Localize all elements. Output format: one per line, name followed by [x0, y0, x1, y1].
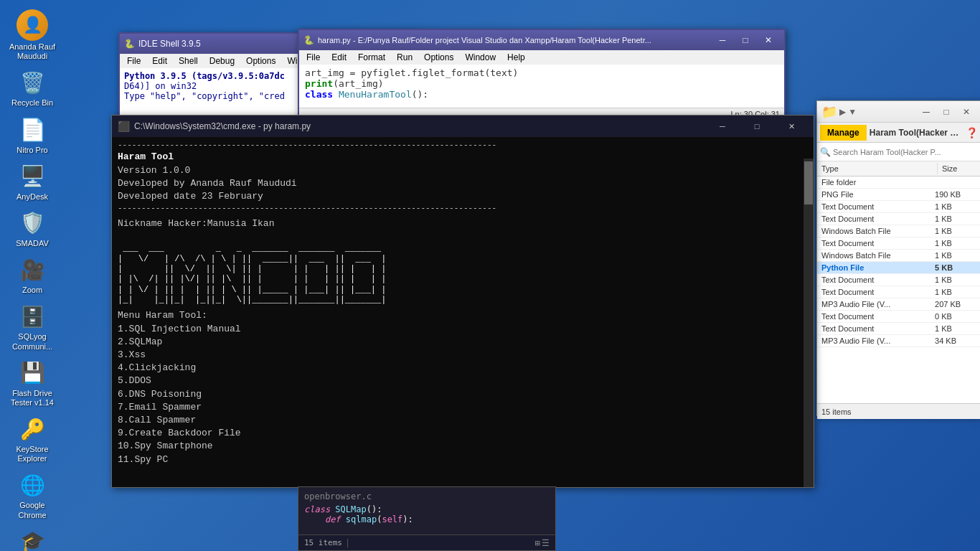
code-popup-pipe: | [345, 538, 350, 548]
desktop-icon-label-zoom: Zoom [22, 286, 42, 295]
nitro-pro-icon: 📄 [18, 116, 47, 144]
haram-menu-run[interactable]: Run [392, 52, 417, 63]
file-row-13[interactable]: MP3 Audio File (V... 34 KB [817, 335, 980, 347]
idle-menu-debug[interactable]: Debug [205, 55, 239, 67]
cmd-close-button[interactable]: ✕ [775, 116, 808, 137]
file-row-5[interactable]: Text Document 1 KB [817, 237, 980, 250]
cmd-tool-name: Haram Tool [118, 151, 801, 164]
explorer-search-bar: 🔍 [817, 143, 980, 161]
haram-idle-menubar: File Edit Format Run Options Window Help [299, 50, 784, 65]
file-row-10[interactable]: MP3 Audio File (V... 207 KB [817, 298, 980, 311]
file-size-cell-5: 1 KB [930, 237, 980, 250]
anydesk-icon: 🖥️ [18, 162, 47, 191]
file-size-cell-4: 1 KB [930, 225, 980, 237]
cmd-minimize-button[interactable]: ─ [706, 116, 739, 137]
explorer-folder-nav: 📁 ▶ ▼ [821, 104, 857, 120]
file-row-9[interactable]: Text Document 1 KB [817, 286, 980, 298]
cmd-scrollbar[interactable] [804, 159, 814, 487]
explorer-close-button[interactable]: ✕ [956, 102, 976, 122]
desktop-icon-tech-edu[interactable]: 🎓 Tech Educatio... [4, 524, 61, 551]
explorer-search-input[interactable] [833, 148, 978, 156]
cmd-version: Version 1.0.0 [118, 164, 801, 177]
file-row-7[interactable]: Python File 5 KB [817, 262, 980, 274]
file-row-6[interactable]: Windows Batch File 1 KB [817, 250, 980, 262]
explorer-minimize-button[interactable]: ─ [916, 102, 936, 122]
desktop-icon-smadav[interactable]: 🛡️ SMADAV [4, 206, 61, 251]
haram-idle-minimize-button[interactable]: ─ [711, 31, 734, 50]
file-size-cell-3: 1 KB [930, 213, 980, 225]
explorer-maximize-button[interactable]: □ [936, 102, 956, 122]
haram-menu-file[interactable]: File [302, 52, 324, 63]
file-row-1[interactable]: PNG File 190 KB [817, 189, 980, 201]
explorer-column-headers: Type Size [817, 161, 980, 176]
desktop: 👤 Ananda Rauf Maududi 🗑️ Recycle Bin 📄 N… [0, 0, 980, 551]
file-size-cell-7: 5 KB [930, 262, 980, 274]
manage-button[interactable]: Manage [820, 125, 867, 141]
file-size-cell-6: 1 KB [930, 250, 980, 262]
file-type-cell-7: Python File [817, 262, 930, 274]
explorer-item-count: 15 items [821, 408, 852, 416]
cmd-title-text: ⬛ C:\Windows\System32\cmd.exe - py haram… [118, 121, 311, 132]
haram-idle-code-area[interactable]: art_img = pyfiglet.figlet_format(text) p… [299, 65, 784, 108]
file-size-cell-11: 0 KB [930, 311, 980, 323]
desktop-icon-flash-drive[interactable]: 💾 Flash Drive Tester v1.14 [4, 356, 61, 410]
haram-idle-controls: ─ □ ✕ [711, 31, 780, 50]
search-icon: 🔍 [820, 147, 831, 157]
cmd-window: ⬛ C:\Windows\System32\cmd.exe - py haram… [111, 115, 814, 488]
idle-menu-options[interactable]: Options [242, 55, 280, 67]
desktop-icon-chrome[interactable]: 🌐 Google Chrome [4, 468, 61, 522]
cmd-menu-title: Menu Haram Tool: [118, 309, 801, 322]
cmd-developer: Developed by Ananda Rauf Maududi [118, 177, 801, 190]
haram-menu-help[interactable]: Help [503, 52, 529, 63]
haram-menu-options[interactable]: Options [420, 52, 458, 63]
haram-idle-maximize-button[interactable]: □ [734, 31, 757, 50]
desktop-icon-label-keystore: KeyStore Explorer [16, 445, 48, 463]
file-size-cell-13: 34 KB [930, 335, 980, 347]
idle-menu-file[interactable]: File [123, 55, 145, 67]
code-popup-line3: def sqlmap(self): [304, 514, 550, 524]
file-row-12[interactable]: Text Document 1 KB [817, 323, 980, 335]
cmd-menu-3: 3.Xss [118, 349, 801, 362]
cmd-icon: ⬛ [118, 121, 130, 132]
desktop-icon-keystore[interactable]: 🔑 KeyStore Explorer [4, 412, 61, 466]
file-size-cell-1: 190 KB [930, 189, 980, 201]
file-row-0[interactable]: File folder [817, 176, 980, 189]
desktop-icon-sqlyog[interactable]: 🗄️ SQLyog Communi... [4, 299, 61, 354]
desktop-icon-recycle-bin[interactable]: 🗑️ Recycle Bin [4, 65, 61, 110]
desktop-icon-nitro-pro[interactable]: 📄 Nitro Pro [4, 113, 61, 158]
file-type-cell-12: Text Document [817, 323, 930, 335]
code-popup-view-controls: ⊞ ☰ [535, 538, 550, 548]
view-icon-2[interactable]: ☰ [542, 538, 550, 548]
chrome-icon: 🌐 [18, 471, 47, 499]
haram-menu-format[interactable]: Format [354, 52, 390, 63]
file-type-cell-9: Text Document [817, 286, 930, 298]
view-icon-1[interactable]: ⊞ [535, 538, 540, 548]
explorer-file-list[interactable]: File folder PNG File 190 KB Text Documen… [817, 176, 980, 403]
file-row-2[interactable]: Text Document 1 KB [817, 201, 980, 213]
desktop-icon-zoom[interactable]: 🎥 Zoom [4, 253, 61, 298]
code-popup-statusbar: 15 items | ⊞ ☰ [298, 534, 555, 550]
haram-menu-edit[interactable]: Edit [327, 52, 351, 63]
haram-menu-window[interactable]: Window [461, 52, 500, 63]
desktop-icon-ananda-rauf[interactable]: 👤 Ananda Rauf Maududi [4, 6, 61, 64]
desktop-icon-label-anydesk: AnyDesk [17, 192, 48, 202]
explorer-table: File folder PNG File 190 KB Text Documen… [817, 176, 980, 347]
file-row-11[interactable]: Text Document 0 KB [817, 311, 980, 323]
cmd-maximize-button[interactable]: □ [740, 116, 773, 137]
help-icon[interactable]: ❓ [966, 127, 978, 138]
idle-menu-shell[interactable]: Shell [174, 55, 202, 67]
code-popup-window: openbrowser.c class SQLMap(): def sqlmap… [298, 486, 556, 551]
idle-title-text: IDLE Shell 3.9.5 [138, 39, 201, 49]
desktop-icon-label-ananda: Ananda Rauf Maududi [9, 42, 55, 61]
file-row-4[interactable]: Windows Batch File 1 KB [817, 225, 980, 237]
cmd-scrollbar-thumb[interactable] [804, 161, 813, 204]
file-size-cell-10: 207 KB [930, 298, 980, 311]
idle-menu-edit[interactable]: Edit [148, 55, 171, 67]
cmd-content[interactable]: ----------------------------------------… [112, 137, 814, 466]
file-row-3[interactable]: Text Document 1 KB [817, 213, 980, 225]
desktop-icon-label-sqlyog: SQLyog Communi... [12, 332, 52, 351]
file-row-8[interactable]: Text Document 1 KB [817, 274, 980, 286]
haram-idle-close-button[interactable]: ✕ [757, 31, 780, 50]
haram-idle-title-text: haram.py - E:/Punya Rauf/Folder project … [318, 36, 651, 44]
desktop-icon-anydesk[interactable]: 🖥️ AnyDesk [4, 159, 61, 204]
